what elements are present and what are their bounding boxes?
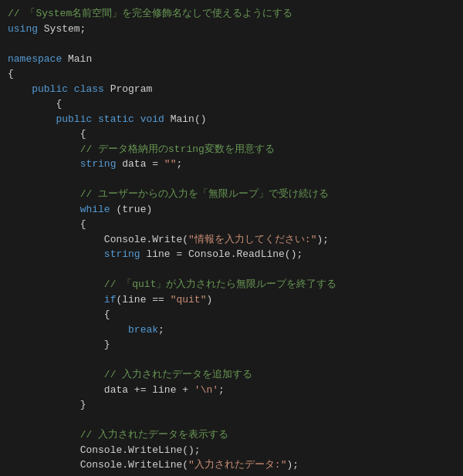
token-string: "情報を入力してください:" (188, 234, 316, 245)
code-line: using System; (8, 22, 455, 37)
token-plain (68, 83, 74, 95)
token-string: "入力されたデータ:" (188, 459, 286, 471)
code-line (8, 172, 455, 187)
token-plain: line = Console.ReadLine(); (140, 248, 303, 260)
token-plain: Main (62, 53, 92, 65)
code-line: Console.Write("情報を入力してください:"); (8, 232, 455, 248)
code-line (8, 353, 455, 368)
token-plain: Main() (164, 113, 207, 125)
code-line: { (8, 96, 455, 112)
code-line: { (8, 66, 455, 82)
token-plain: data = (116, 158, 164, 170)
token-keyword: namespace (8, 53, 62, 65)
token-keyword: using (8, 23, 38, 35)
code-line (8, 262, 455, 278)
token-plain: Console.WriteLine( (80, 459, 188, 471)
code-line: Console.WriteLine(data); (8, 473, 455, 477)
code-line: // 「System名前空間」を完全修飾名なしで使えるようにする (8, 6, 455, 22)
code-line: if(line == "quit") (8, 292, 455, 308)
token-plain: { (80, 218, 86, 230)
token-comment: // 「quit」が入力されたら無限ループを終了する (104, 279, 337, 290)
code-line: // ユーザーからの入力を「無限ループ」で受け続ける (8, 187, 455, 202)
token-keyword: class (74, 83, 104, 95)
token-keyword: string (80, 158, 117, 170)
token-plain: } (104, 339, 110, 350)
code-line: // 入力されたデータを追加する (8, 367, 455, 383)
token-keyword: static (98, 113, 134, 125)
token-string: "" (164, 158, 177, 170)
code-line: data += line + '\n'; (8, 383, 455, 398)
token-plain: ); (286, 459, 299, 471)
code-line: string data = ""; (8, 157, 455, 172)
code-line: public class Program (8, 82, 455, 97)
token-plain: (true) (110, 204, 153, 215)
code-line: } (8, 337, 455, 353)
token-keyword: public (32, 83, 68, 95)
token-plain: (line == (116, 294, 170, 306)
token-keyword: public (56, 113, 92, 125)
code-line (8, 36, 455, 52)
token-plain: System; (38, 23, 86, 35)
token-comment: // 入力されたデータを表示する (80, 429, 228, 441)
token-plain: Console.Write( (104, 234, 188, 245)
token-plain: { (56, 98, 62, 110)
token-keyword: string (104, 248, 140, 260)
token-plain: ; (176, 158, 182, 170)
code-line: public static void Main() (8, 112, 455, 127)
token-plain: ; (218, 384, 225, 396)
token-comment: // 入力されたデータを追加する (104, 369, 252, 380)
code-line: string line = Console.ReadLine(); (8, 247, 455, 262)
token-comment: // 「System名前空間」を完全修飾名なしで使えるようにする (8, 8, 292, 19)
token-keyword: if (104, 294, 117, 306)
token-plain: ) (206, 294, 212, 306)
token-plain (134, 113, 140, 125)
token-plain: { (80, 128, 86, 140)
code-line: // 「quit」が入力されたら無限ループを終了する (8, 277, 455, 292)
code-line: namespace Main (8, 52, 455, 67)
token-string: "quit" (171, 294, 207, 306)
code-line: // 入力されたデータを表示する (8, 427, 455, 443)
code-line: Console.WriteLine(); (8, 443, 455, 458)
code-line: // データ格納用のstring変数を用意する (8, 142, 455, 157)
code-line: { (8, 307, 455, 322)
code-line: Console.WriteLine("入力されたデータ:"); (8, 457, 455, 473)
token-plain: } (80, 399, 86, 410)
code-line: { (8, 127, 455, 142)
token-plain (92, 113, 98, 125)
token-plain: data += line + (104, 384, 194, 396)
token-keyword: break (128, 324, 158, 336)
code-line: { (8, 217, 455, 232)
token-string: '\n' (194, 384, 218, 396)
token-plain: Console.WriteLine(); (80, 444, 201, 456)
token-keyword: void (140, 113, 164, 125)
token-plain: Program (104, 83, 152, 95)
code-line: } (8, 397, 455, 413)
code-line: break; (8, 322, 455, 338)
token-keyword: while (80, 204, 110, 215)
token-plain: ; (158, 324, 164, 336)
token-comment: // ユーザーからの入力を「無限ループ」で受け続ける (80, 188, 329, 200)
token-plain: { (104, 309, 110, 320)
code-editor: // 「System名前空間」を完全修飾名なしで使えるようにするusing Sy… (8, 6, 455, 476)
token-comment: // データ格納用のstring変数を用意する (80, 143, 275, 155)
code-line: while (true) (8, 202, 455, 218)
code-line (8, 413, 455, 428)
token-plain: ); (316, 234, 329, 245)
token-plain: { (8, 68, 14, 79)
